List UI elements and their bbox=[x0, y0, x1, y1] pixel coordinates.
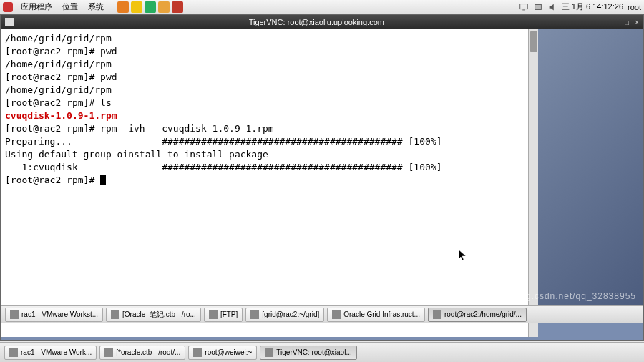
mail-icon[interactable] bbox=[131, 1, 142, 13]
menu-places[interactable]: 位置 bbox=[60, 1, 80, 13]
window-icon bbox=[5, 18, 14, 26]
clock[interactable]: 三 1月 6 14:12:26 bbox=[562, 1, 623, 12]
task-label: [FTP] bbox=[220, 310, 238, 318]
task-label: rac1 - VMware Workst... bbox=[21, 310, 98, 318]
terminal-window[interactable]: /home/grid/grid/rpm [root@rac2 rpm]# pwd… bbox=[1, 29, 538, 337]
app-icon bbox=[104, 348, 113, 357]
host-taskbar: rac1 - VMware Work...[*oracle.ctb - /roo… bbox=[0, 342, 644, 362]
gnome-top-panel: 应用程序 位置 系统 三 1月 6 14:12:26 root bbox=[0, 0, 644, 14]
menu-applications[interactable]: 应用程序 bbox=[19, 1, 54, 13]
app-icon bbox=[265, 348, 273, 357]
terminal-output: /home/grid/grid/rpm [root@rac2 rpm]# pwd… bbox=[5, 32, 534, 187]
vnc-titlebar[interactable]: TigerVNC: root@xiaoliu.uplooking.com _ □… bbox=[1, 15, 643, 29]
app-icon bbox=[332, 310, 341, 319]
task-label: rac1 - VMware Work... bbox=[21, 348, 92, 356]
remote-task-button[interactable]: [grid@rac2:~/grid] bbox=[245, 308, 324, 322]
remote-taskbar: rac1 - VMware Workst...[Oracle_笔记.ctb - … bbox=[1, 305, 643, 323]
app-icon bbox=[433, 310, 441, 319]
display-icon[interactable] bbox=[519, 2, 529, 12]
updates-icon[interactable] bbox=[533, 2, 543, 12]
host-task-button[interactable]: [*oracle.ctb - /root/... bbox=[99, 346, 185, 360]
files-icon[interactable] bbox=[158, 1, 170, 13]
svg-rect-1 bbox=[522, 9, 525, 10]
task-label: root@weiwei:~ bbox=[205, 348, 252, 356]
host-task-button[interactable]: rac1 - VMware Work... bbox=[4, 346, 97, 360]
task-label: [grid@rac2:~/grid] bbox=[262, 310, 319, 318]
menu-system[interactable]: 系统 bbox=[86, 1, 106, 13]
app-icon bbox=[10, 310, 19, 319]
window-title: TigerVNC: root@xiaoliu.uplooking.com bbox=[18, 18, 615, 26]
task-label: [Oracle_笔记.ctb - /ro... bbox=[122, 310, 196, 320]
host-task-button[interactable]: root@weiwei:~ bbox=[188, 346, 257, 360]
remote-task-button[interactable]: rac1 - VMware Workst... bbox=[5, 308, 103, 322]
app-icon bbox=[209, 310, 218, 319]
minimize-button[interactable]: _ bbox=[615, 19, 620, 26]
cherry-icon[interactable] bbox=[172, 1, 183, 13]
task-label: TigerVNC: root@xiaol... bbox=[276, 348, 351, 356]
close-button[interactable]: × bbox=[635, 19, 639, 26]
remote-task-button[interactable]: [FTP] bbox=[204, 308, 243, 322]
app-icon bbox=[250, 310, 259, 319]
task-label: Oracle Grid Infrastruct... bbox=[343, 310, 420, 318]
remote-task-button[interactable]: [Oracle_笔记.ctb - /ro... bbox=[106, 308, 201, 322]
host-task-button[interactable]: TigerVNC: root@xiaol... bbox=[260, 346, 356, 360]
system-tray: 三 1月 6 14:12:26 root bbox=[519, 1, 641, 12]
tigervnc-window: TigerVNC: root@xiaoliu.uplooking.com _ □… bbox=[0, 14, 644, 341]
svg-rect-0 bbox=[520, 4, 528, 9]
remote-task-button[interactable]: Oracle Grid Infrastruct... bbox=[327, 308, 425, 322]
app-icon bbox=[9, 348, 18, 357]
svg-rect-2 bbox=[535, 4, 541, 9]
volume-icon[interactable] bbox=[547, 2, 557, 12]
notes-icon[interactable] bbox=[145, 1, 156, 13]
maximize-button[interactable]: □ bbox=[625, 19, 629, 26]
terminal-scrollbar[interactable] bbox=[528, 29, 538, 337]
user-menu[interactable]: root bbox=[628, 3, 641, 11]
scrollbar-thumb[interactable] bbox=[530, 31, 537, 52]
remote-desktop: /home/grid/grid/rpm [root@rac2 rpm]# pwd… bbox=[1, 29, 643, 323]
launcher-icons bbox=[117, 1, 183, 13]
task-label: [*oracle.ctb - /root/... bbox=[116, 348, 180, 356]
remote-task-button[interactable]: root@rac2:/home/grid/... bbox=[428, 308, 527, 322]
distro-icon bbox=[3, 2, 13, 12]
task-label: root@rac2:/home/grid/... bbox=[444, 310, 522, 318]
app-icon bbox=[111, 310, 119, 319]
app-icon bbox=[193, 348, 202, 357]
firefox-icon[interactable] bbox=[117, 1, 129, 13]
